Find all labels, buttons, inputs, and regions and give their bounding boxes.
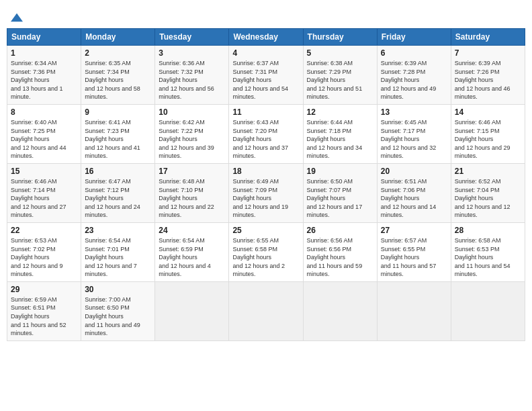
cell-text: Sunrise: 6:49 AMSunset: 7:09 PMDaylight … bbox=[232, 178, 288, 218]
calendar-cell: 14 Sunrise: 6:46 AMSunset: 7:15 PMDaylig… bbox=[451, 104, 525, 163]
calendar-table: SundayMondayTuesdayWednesdayThursdayFrid… bbox=[7, 28, 525, 341]
calendar-cell: 3 Sunrise: 6:36 AMSunset: 7:32 PMDayligh… bbox=[155, 46, 229, 105]
weekday-header-wednesday: Wednesday bbox=[229, 29, 303, 46]
calendar-cell: 6 Sunrise: 6:39 AMSunset: 7:28 PMDayligh… bbox=[377, 46, 451, 105]
calendar-cell bbox=[155, 281, 229, 340]
cell-text: Sunrise: 6:39 AMSunset: 7:26 PMDaylight … bbox=[455, 60, 511, 100]
weekday-header-monday: Monday bbox=[81, 29, 155, 46]
calendar-cell: 16 Sunrise: 6:47 AMSunset: 7:12 PMDaylig… bbox=[81, 163, 155, 222]
day-number: 27 bbox=[381, 226, 447, 235]
calendar-cell: 17 Sunrise: 6:48 AMSunset: 7:10 PMDaylig… bbox=[155, 163, 229, 222]
cell-text: Sunrise: 6:44 AMSunset: 7:18 PMDaylight … bbox=[307, 119, 363, 159]
calendar-cell: 2 Sunrise: 6:35 AMSunset: 7:34 PMDayligh… bbox=[81, 46, 155, 105]
calendar-cell: 27 Sunrise: 6:57 AMSunset: 6:55 PMDaylig… bbox=[377, 222, 451, 281]
weekday-header-sunday: Sunday bbox=[7, 29, 81, 46]
cell-text: Sunrise: 6:52 AMSunset: 7:04 PMDaylight … bbox=[455, 178, 511, 218]
calendar-cell: 9 Sunrise: 6:41 AMSunset: 7:23 PMDayligh… bbox=[81, 104, 155, 163]
cell-text: Sunrise: 6:57 AMSunset: 6:55 PMDaylight … bbox=[381, 237, 437, 277]
calendar-cell: 21 Sunrise: 6:52 AMSunset: 7:04 PMDaylig… bbox=[451, 163, 525, 222]
cell-text: Sunrise: 6:55 AMSunset: 6:58 PMDaylight … bbox=[232, 237, 285, 277]
calendar-cell: 20 Sunrise: 6:51 AMSunset: 7:06 PMDaylig… bbox=[377, 163, 451, 222]
cell-text: Sunrise: 6:45 AMSunset: 7:17 PMDaylight … bbox=[381, 119, 437, 159]
page-header bbox=[7, 7, 525, 23]
cell-text: Sunrise: 7:00 AMSunset: 6:50 PMDaylight … bbox=[85, 296, 140, 336]
day-number: 19 bbox=[307, 167, 373, 176]
cell-text: Sunrise: 6:34 AMSunset: 7:36 PMDaylight … bbox=[11, 60, 63, 100]
day-number: 28 bbox=[455, 226, 521, 235]
cell-text: Sunrise: 6:46 AMSunset: 7:14 PMDaylight … bbox=[11, 178, 66, 218]
day-number: 20 bbox=[381, 167, 447, 176]
cell-text: Sunrise: 6:37 AMSunset: 7:31 PMDaylight … bbox=[232, 60, 288, 100]
day-number: 7 bbox=[455, 48, 521, 58]
calendar-week-4: 22 Sunrise: 6:53 AMSunset: 7:02 PMDaylig… bbox=[7, 222, 525, 281]
weekday-header-row: SundayMondayTuesdayWednesdayThursdayFrid… bbox=[7, 29, 525, 46]
day-number: 14 bbox=[455, 107, 521, 117]
weekday-header-friday: Friday bbox=[377, 29, 451, 46]
cell-text: Sunrise: 6:38 AMSunset: 7:29 PMDaylight … bbox=[307, 60, 363, 100]
day-number: 5 bbox=[307, 48, 373, 58]
calendar-cell: 28 Sunrise: 6:58 AMSunset: 6:53 PMDaylig… bbox=[451, 222, 525, 281]
calendar-cell bbox=[229, 281, 303, 340]
cell-text: Sunrise: 6:43 AMSunset: 7:20 PMDaylight … bbox=[232, 119, 288, 159]
calendar-cell: 12 Sunrise: 6:44 AMSunset: 7:18 PMDaylig… bbox=[303, 104, 377, 163]
calendar-cell: 10 Sunrise: 6:42 AMSunset: 7:22 PMDaylig… bbox=[155, 104, 229, 163]
calendar-cell: 5 Sunrise: 6:38 AMSunset: 7:29 PMDayligh… bbox=[303, 46, 377, 105]
day-number: 16 bbox=[85, 167, 151, 176]
day-number: 2 bbox=[85, 48, 151, 58]
cell-text: Sunrise: 6:46 AMSunset: 7:15 PMDaylight … bbox=[455, 119, 511, 159]
calendar-cell: 19 Sunrise: 6:50 AMSunset: 7:07 PMDaylig… bbox=[303, 163, 377, 222]
calendar-cell: 13 Sunrise: 6:45 AMSunset: 7:17 PMDaylig… bbox=[377, 104, 451, 163]
calendar-cell bbox=[303, 281, 377, 340]
day-number: 8 bbox=[11, 107, 77, 117]
calendar-cell: 23 Sunrise: 6:54 AMSunset: 7:01 PMDaylig… bbox=[81, 222, 155, 281]
day-number: 12 bbox=[307, 107, 373, 117]
weekday-header-saturday: Saturday bbox=[451, 29, 525, 46]
day-number: 25 bbox=[232, 226, 299, 235]
svg-marker-0 bbox=[11, 13, 23, 22]
cell-text: Sunrise: 6:58 AMSunset: 6:53 PMDaylight … bbox=[455, 237, 511, 277]
day-number: 13 bbox=[381, 107, 447, 117]
calendar-cell bbox=[377, 281, 451, 340]
cell-text: Sunrise: 6:48 AMSunset: 7:10 PMDaylight … bbox=[159, 178, 214, 218]
day-number: 17 bbox=[159, 167, 225, 176]
cell-text: Sunrise: 6:54 AMSunset: 6:59 PMDaylight … bbox=[159, 237, 211, 277]
cell-text: Sunrise: 6:42 AMSunset: 7:22 PMDaylight … bbox=[159, 119, 214, 159]
calendar-cell: 11 Sunrise: 6:43 AMSunset: 7:20 PMDaylig… bbox=[229, 104, 303, 163]
weekday-header-tuesday: Tuesday bbox=[155, 29, 229, 46]
day-number: 29 bbox=[11, 285, 77, 294]
cell-text: Sunrise: 6:40 AMSunset: 7:25 PMDaylight … bbox=[11, 119, 66, 159]
calendar-week-5: 29 Sunrise: 6:59 AMSunset: 6:51 PMDaylig… bbox=[7, 281, 525, 340]
calendar-cell: 25 Sunrise: 6:55 AMSunset: 6:58 PMDaylig… bbox=[229, 222, 303, 281]
calendar-week-3: 15 Sunrise: 6:46 AMSunset: 7:14 PMDaylig… bbox=[7, 163, 525, 222]
calendar-cell: 1 Sunrise: 6:34 AMSunset: 7:36 PMDayligh… bbox=[7, 46, 81, 105]
weekday-header-thursday: Thursday bbox=[303, 29, 377, 46]
cell-text: Sunrise: 6:50 AMSunset: 7:07 PMDaylight … bbox=[307, 178, 363, 218]
day-number: 3 bbox=[159, 48, 225, 58]
cell-text: Sunrise: 6:39 AMSunset: 7:28 PMDaylight … bbox=[381, 60, 437, 100]
calendar-week-1: 1 Sunrise: 6:34 AMSunset: 7:36 PMDayligh… bbox=[7, 46, 525, 105]
calendar-cell: 18 Sunrise: 6:49 AMSunset: 7:09 PMDaylig… bbox=[229, 163, 303, 222]
cell-text: Sunrise: 6:56 AMSunset: 6:56 PMDaylight … bbox=[307, 237, 363, 277]
cell-text: Sunrise: 6:47 AMSunset: 7:12 PMDaylight … bbox=[85, 178, 140, 218]
day-number: 23 bbox=[85, 226, 151, 235]
day-number: 22 bbox=[11, 226, 77, 235]
day-number: 30 bbox=[85, 285, 151, 294]
day-number: 10 bbox=[159, 107, 225, 117]
day-number: 9 bbox=[85, 107, 151, 117]
cell-text: Sunrise: 6:51 AMSunset: 7:06 PMDaylight … bbox=[381, 178, 437, 218]
cell-text: Sunrise: 6:36 AMSunset: 7:32 PMDaylight … bbox=[159, 60, 214, 100]
calendar-week-2: 8 Sunrise: 6:40 AMSunset: 7:25 PMDayligh… bbox=[7, 104, 525, 163]
calendar-cell: 15 Sunrise: 6:46 AMSunset: 7:14 PMDaylig… bbox=[7, 163, 81, 222]
calendar-cell: 8 Sunrise: 6:40 AMSunset: 7:25 PMDayligh… bbox=[7, 104, 81, 163]
calendar-cell: 26 Sunrise: 6:56 AMSunset: 6:56 PMDaylig… bbox=[303, 222, 377, 281]
cell-text: Sunrise: 6:53 AMSunset: 7:02 PMDaylight … bbox=[11, 237, 63, 277]
calendar-cell: 7 Sunrise: 6:39 AMSunset: 7:26 PMDayligh… bbox=[451, 46, 525, 105]
day-number: 21 bbox=[455, 167, 521, 176]
calendar-cell: 22 Sunrise: 6:53 AMSunset: 7:02 PMDaylig… bbox=[7, 222, 81, 281]
cell-text: Sunrise: 6:35 AMSunset: 7:34 PMDaylight … bbox=[85, 60, 140, 100]
calendar-cell: 24 Sunrise: 6:54 AMSunset: 6:59 PMDaylig… bbox=[155, 222, 229, 281]
day-number: 24 bbox=[159, 226, 225, 235]
cell-text: Sunrise: 6:41 AMSunset: 7:23 PMDaylight … bbox=[85, 119, 140, 159]
day-number: 1 bbox=[11, 48, 77, 58]
calendar-cell: 30 Sunrise: 7:00 AMSunset: 6:50 PMDaylig… bbox=[81, 281, 155, 340]
